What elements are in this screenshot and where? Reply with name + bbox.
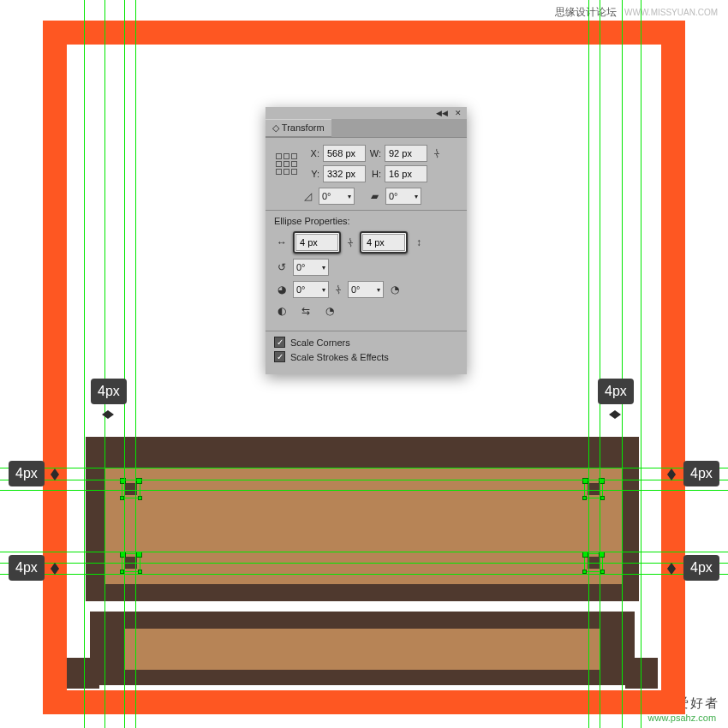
tab-label: Transform bbox=[282, 122, 325, 133]
callout-mid-right: 4px bbox=[683, 461, 719, 486]
ellipse-properties-label: Ellipse Properties: bbox=[274, 216, 458, 226]
board-top bbox=[86, 437, 639, 462]
guide-horizontal bbox=[0, 468, 728, 468]
link-pie-icon[interactable]: ⌇ bbox=[336, 283, 341, 296]
pie-start-select[interactable]: 0°▾ bbox=[293, 281, 329, 298]
height-arrows-icon: ↕ bbox=[411, 235, 427, 250]
callout-top-left: 4px bbox=[91, 379, 127, 404]
watermark-top-cn: 思缘设计论坛 bbox=[555, 6, 617, 18]
check-icon: ✓ bbox=[274, 337, 285, 348]
pie-start-icon: ◕ bbox=[274, 282, 289, 297]
guide-vertical bbox=[135, 0, 136, 728]
x-input[interactable] bbox=[323, 145, 366, 162]
shear-icon: ▰ bbox=[367, 188, 382, 204]
collapse-icon[interactable]: ◀◀ bbox=[436, 109, 448, 117]
divider bbox=[266, 210, 467, 211]
guide-vertical bbox=[600, 0, 600, 728]
guide-horizontal bbox=[0, 563, 728, 564]
check-icon: ✓ bbox=[274, 351, 285, 362]
scale-corners-label: Scale Corners bbox=[290, 337, 350, 348]
plank-main bbox=[104, 468, 622, 584]
rotate-select[interactable]: 0°▾ bbox=[319, 188, 355, 205]
shear-select[interactable]: 0°▾ bbox=[385, 188, 421, 205]
ry-highlight bbox=[360, 231, 408, 254]
arrow-vertical-icon bbox=[665, 558, 678, 579]
close-icon[interactable]: ✕ bbox=[455, 109, 462, 117]
callout-bot-left: 4px bbox=[9, 555, 45, 581]
pie-reset-icon[interactable]: ↺ bbox=[274, 260, 289, 275]
rx-highlight bbox=[293, 231, 341, 254]
rx-input[interactable] bbox=[295, 234, 338, 251]
guide-vertical bbox=[124, 0, 125, 728]
arrow-vertical-icon bbox=[665, 464, 678, 485]
pie-end-icon: ◔ bbox=[387, 282, 403, 297]
arrow-horizontal-icon bbox=[98, 408, 118, 421]
callout-mid-left: 4px bbox=[9, 461, 45, 486]
pie-reset-select[interactable]: 0°▾ bbox=[293, 259, 329, 276]
x-label: X: bbox=[307, 148, 319, 158]
scale-strokes-label: Scale Strokes & Effects bbox=[290, 352, 389, 362]
tab-transform[interactable]: ◇ Transform bbox=[266, 119, 331, 137]
shape-pie-icon[interactable]: ◔ bbox=[322, 303, 337, 319]
plank-mid bbox=[124, 629, 600, 670]
guide-vertical bbox=[588, 0, 589, 728]
ry-input[interactable] bbox=[362, 234, 405, 251]
w-input[interactable] bbox=[385, 145, 427, 162]
swap-icon[interactable]: ⇆ bbox=[298, 303, 313, 319]
board-bot-right bbox=[625, 658, 658, 689]
h-label: H: bbox=[369, 169, 381, 179]
callout-top-right: 4px bbox=[598, 379, 634, 404]
link-wh-icon[interactable]: ⌇ bbox=[434, 147, 439, 160]
h-input[interactable] bbox=[385, 165, 427, 182]
y-input[interactable] bbox=[323, 165, 366, 182]
guide-horizontal bbox=[0, 552, 728, 552]
pie-end-select[interactable]: 0°▾ bbox=[348, 281, 384, 298]
guide-vertical bbox=[641, 0, 641, 728]
shape-circle-icon[interactable]: ◐ bbox=[274, 303, 289, 319]
watermark-top-domain: WWW.MISSYUAN.COM bbox=[624, 8, 718, 17]
scale-strokes-checkbox[interactable]: ✓ Scale Strokes & Effects bbox=[274, 351, 458, 362]
link-rxy-icon[interactable]: ⌇ bbox=[348, 236, 353, 249]
panel-controls: ◀◀ ✕ bbox=[266, 107, 467, 119]
y-label: Y: bbox=[307, 169, 319, 179]
board-bot-left bbox=[67, 658, 99, 689]
scale-corners-checkbox[interactable]: ✓ Scale Corners bbox=[274, 337, 458, 348]
guide-horizontal bbox=[0, 574, 728, 575]
arrow-vertical-icon bbox=[48, 558, 62, 579]
arrow-horizontal-icon bbox=[605, 408, 625, 421]
panel-footer: ✓ Scale Corners ✓ Scale Strokes & Effect… bbox=[266, 331, 467, 374]
width-arrows-icon: ↔ bbox=[274, 235, 289, 250]
reference-point-grid[interactable] bbox=[276, 153, 297, 175]
guide-vertical bbox=[622, 0, 623, 728]
rotate-icon: ◿ bbox=[300, 188, 315, 204]
panel-tabs: ◇ Transform bbox=[266, 119, 467, 138]
watermark-top: 思缘设计论坛 WWW.MISSYUAN.COM bbox=[555, 5, 718, 20]
guide-vertical bbox=[104, 0, 105, 728]
guide-horizontal bbox=[0, 490, 728, 491]
w-label: W: bbox=[369, 148, 381, 158]
guide-horizontal bbox=[0, 480, 728, 480]
diamond-icon: ◇ bbox=[272, 122, 279, 133]
arrow-vertical-icon bbox=[48, 464, 62, 485]
transform-panel: ◀◀ ✕ ◇ Transform X: W: ⌇ Y: bbox=[266, 107, 467, 374]
callout-bot-right: 4px bbox=[683, 555, 719, 581]
guide-vertical bbox=[84, 0, 85, 728]
panel-body: X: W: ⌇ Y: H: ◿ 0°▾ ▰ 0°▾ bbox=[266, 138, 467, 331]
